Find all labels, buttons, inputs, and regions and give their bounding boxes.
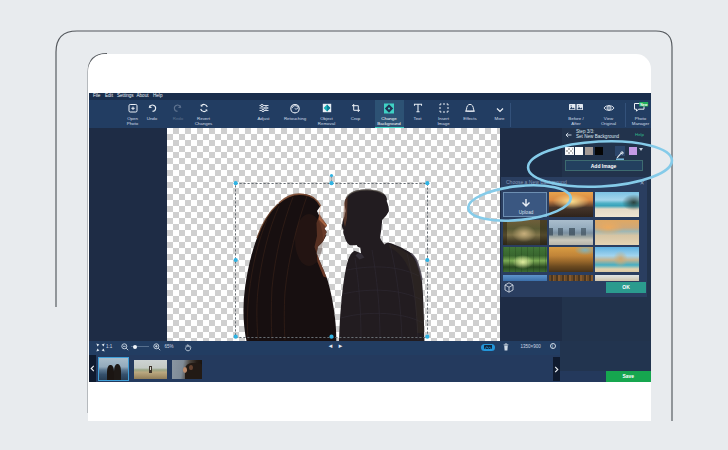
svg-text:New: New (640, 103, 647, 107)
svg-text:Upload: Upload (519, 210, 534, 215)
